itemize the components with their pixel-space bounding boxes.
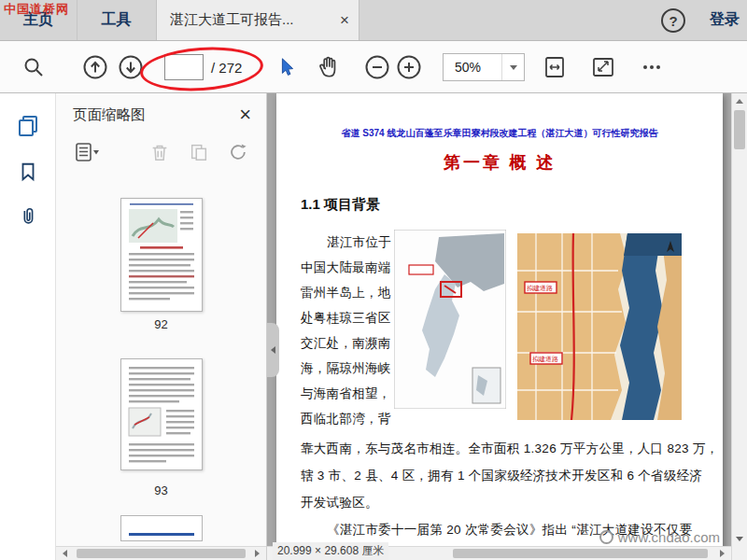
- document-hscroll-thumb[interactable]: [453, 549, 708, 558]
- doc-line: 湛江市位于: [301, 230, 396, 255]
- tab-bar: 主页 工具 湛江大道工可报告... × ? 登录: [0, 0, 747, 41]
- doc-line: 与海南省相望，: [301, 381, 396, 406]
- thumbnail-92-label: 92: [56, 317, 266, 331]
- section-title: 1.1 项目背景: [301, 196, 380, 214]
- cndao-logo-icon: [599, 530, 613, 544]
- close-panel-icon[interactable]: ×: [239, 105, 251, 125]
- thumbnail-93-preview: [121, 359, 202, 469]
- map-label-road: 拟建道路: [532, 356, 558, 363]
- rotate-page-icon[interactable]: [228, 141, 248, 167]
- thumbnail-92-preview: [121, 199, 202, 311]
- thumbnails-panel-header: 页面缩略图 ×: [56, 93, 266, 136]
- attachments-icon[interactable]: [18, 205, 38, 231]
- map-label-road: 拟建道路: [527, 285, 553, 292]
- scroll-left-icon[interactable]: [58, 547, 72, 560]
- doc-line: 开发试验区。: [301, 489, 710, 516]
- pdf-page: 省道 S374 线龙山百蓬至乐章田寮村段改建工程（湛江大道）可行性研究报告 第一…: [276, 93, 723, 560]
- chevron-down-icon: [510, 65, 517, 70]
- previous-page-icon[interactable]: [82, 54, 108, 80]
- chapter-title: 第一章 概 述: [276, 151, 723, 174]
- thumbnail-94-header-line: [129, 533, 194, 536]
- page-count-label: / 272: [211, 41, 242, 93]
- document-vscroll-thumb[interactable]: [734, 110, 745, 149]
- paragraph-column: 湛江市位于 中国大陆最南端 雷州半岛上，地 处粤桂琼三省区 交汇处，南濒南 海，…: [301, 230, 396, 431]
- thumbnails-panel-title: 页面缩略图: [73, 105, 146, 125]
- site-watermark: 中国道桥网: [4, 1, 69, 18]
- bookmarks-icon[interactable]: [18, 161, 38, 187]
- document-tab-title: 湛江大道工可报告...: [170, 11, 334, 29]
- login-label: 登录: [710, 10, 740, 30]
- doc-line: 处粤桂琼三省区: [301, 305, 396, 330]
- thumbnail-page-92[interactable]: [120, 198, 203, 312]
- page-thumbnails-icon[interactable]: [16, 114, 40, 142]
- peninsula-map-figure: [394, 230, 506, 409]
- help-button[interactable]: ?: [661, 8, 685, 33]
- page-size-indicator: 20.999 × 29.608 厘米: [273, 542, 388, 560]
- search-icon[interactable]: [22, 56, 45, 78]
- doc-line: 交汇处，南濒南: [301, 330, 396, 356]
- zoom-level-select[interactable]: 50%: [443, 53, 525, 81]
- doc-line: 雷州半岛上，地: [301, 280, 396, 305]
- delete-page-icon[interactable]: [149, 141, 170, 167]
- collapse-arrow-icon: [271, 346, 275, 354]
- cndao-watermark-text: www.cndao.com: [618, 529, 720, 545]
- thumbnail-page-93[interactable]: [120, 358, 203, 470]
- doc-line: 中国大陆最南端: [301, 255, 396, 280]
- zoom-level-value: 50%: [444, 60, 501, 75]
- city-map-figure: 拟建道路 拟建道路: [517, 233, 682, 420]
- cndao-watermark: www.cndao.com: [599, 529, 720, 545]
- panel-hscroll-thumb[interactable]: [77, 549, 246, 558]
- tab-tools[interactable]: 工具: [77, 0, 155, 40]
- zoom-in-icon[interactable]: [396, 54, 422, 80]
- more-tools-icon[interactable]: [641, 56, 663, 78]
- thumbnail-options-icon[interactable]: [75, 141, 101, 167]
- zoom-dropdown-caret[interactable]: [501, 54, 524, 80]
- navigation-pane-strip: [0, 93, 56, 560]
- scroll-right-icon[interactable]: [250, 547, 264, 560]
- doc-line: 靠大西南，东与茂名市相连。全市面积 1.326 万平方公里，人口 823 万，: [301, 435, 710, 462]
- scroll-down-icon[interactable]: [732, 531, 747, 546]
- fit-page-icon[interactable]: [590, 54, 616, 80]
- document-running-header: 省道 S374 线龙山百蓬至乐章田寮村段改建工程（湛江大道）可行性研究报告: [276, 127, 723, 140]
- thumbnail-93-label: 93: [56, 483, 266, 497]
- login-button[interactable]: 登录: [710, 0, 740, 40]
- scroll-right-icon[interactable]: [715, 547, 729, 560]
- fit-width-icon[interactable]: [542, 54, 568, 80]
- collapse-panel-handle[interactable]: [267, 323, 279, 377]
- thumbnails-panel: 页面缩略图 ×: [56, 93, 267, 560]
- document-view: 省道 S374 线龙山百蓬至乐章田寮村段改建工程（湛江大道）可行性研究报告 第一…: [267, 93, 731, 560]
- panel-horizontal-scrollbar[interactable]: [56, 546, 266, 560]
- main-area: 页面缩略图 ×: [0, 93, 747, 560]
- insert-page-icon[interactable]: [189, 141, 209, 167]
- toolbar: / 272 50%: [0, 41, 747, 93]
- next-page-icon[interactable]: [118, 54, 144, 80]
- document-vertical-scrollbar[interactable]: [731, 93, 747, 560]
- thumbnail-page-94-partial[interactable]: [120, 515, 203, 541]
- zoom-out-icon[interactable]: [364, 54, 390, 80]
- close-tab-icon[interactable]: ×: [340, 12, 349, 28]
- tab-tools-label: 工具: [102, 10, 132, 30]
- scroll-up-icon[interactable]: [732, 93, 747, 108]
- doc-line: 辖 3 市、2 县、4 区，拥有 1 个国家级经济技术开发区和 6 个省级经济: [301, 462, 710, 489]
- doc-line: 西临北部湾，背: [301, 406, 396, 431]
- document-tab[interactable]: 湛江大道工可报告... ×: [156, 0, 359, 40]
- thumbnails-toolbar: [56, 136, 266, 172]
- hand-tool-icon[interactable]: [316, 55, 340, 79]
- page-number-input[interactable]: [164, 54, 204, 80]
- help-icon: ?: [669, 13, 677, 29]
- select-tool-icon[interactable]: [276, 56, 297, 78]
- doc-line: 海，隔琼州海峡: [301, 356, 396, 381]
